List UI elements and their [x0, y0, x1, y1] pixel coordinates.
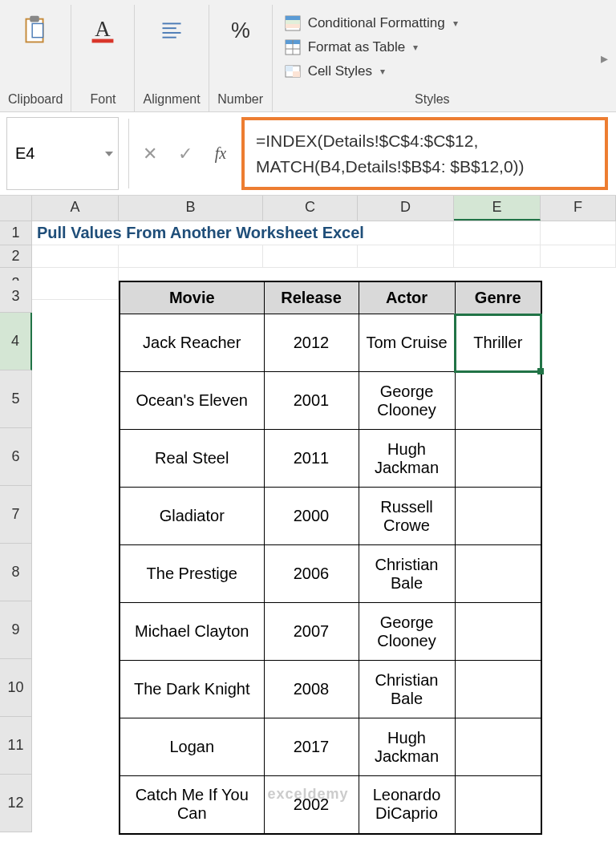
cell-release[interactable]: 2012	[264, 314, 359, 372]
cell-actor[interactable]: Christian Bale	[359, 545, 455, 603]
group-clipboard: Clipboard	[0, 5, 71, 111]
cell-release[interactable]: 2001	[264, 372, 359, 430]
cell-genre[interactable]	[455, 430, 541, 488]
row-header-6[interactable]: 6	[0, 428, 32, 486]
alignment-button[interactable]	[148, 10, 195, 56]
row-header-11[interactable]: 11	[0, 717, 32, 775]
font-icon: A	[84, 13, 121, 53]
cell-movie[interactable]: Michael Clayton	[120, 603, 264, 661]
group-font: A Font	[71, 5, 135, 111]
worksheet-title[interactable]: Pull Values From Another Worksheet Excel	[32, 221, 119, 245]
row-header-1[interactable]: 1	[0, 221, 32, 245]
cell-release[interactable]: 2007	[264, 603, 359, 661]
cancel-formula-button[interactable]: ✕	[132, 117, 168, 190]
row-header-8[interactable]: 8	[0, 544, 32, 601]
col-header-B[interactable]: B	[119, 196, 263, 221]
cell-genre[interactable]	[455, 372, 541, 430]
svg-rect-11	[286, 16, 300, 20]
row-header-5[interactable]: 5	[0, 370, 32, 428]
col-header-A[interactable]: A	[32, 196, 119, 221]
table-row: The Dark Knight2008Christian Bale	[120, 661, 541, 718]
table-row: Real Steel2011Hugh Jackman	[120, 430, 541, 488]
fx-button[interactable]: fx	[203, 117, 238, 190]
row-header-9[interactable]: 9	[0, 601, 32, 659]
table-row: Michael Clayton2007George Clooney	[120, 603, 541, 661]
svg-text:A: A	[95, 17, 111, 41]
svg-rect-19	[286, 66, 293, 71]
clipboard-label: Clipboard	[8, 92, 63, 108]
row-header-12[interactable]: 12	[0, 775, 32, 832]
col-header-D[interactable]: D	[358, 196, 454, 221]
row-header-3b[interactable]: 3	[0, 281, 32, 313]
cell-movie[interactable]: The Prestige	[120, 545, 264, 603]
cell-actor[interactable]: Tom Cruise	[359, 314, 455, 372]
cell-genre[interactable]	[455, 776, 541, 834]
header-movie[interactable]: Movie	[120, 281, 264, 314]
name-box[interactable]: E4	[6, 117, 119, 190]
cell-actor[interactable]: Russell Crowe	[359, 488, 455, 545]
header-genre[interactable]: Genre	[455, 281, 541, 314]
table-header-row: Movie Release Actor Genre	[120, 281, 541, 314]
cell-actor[interactable]: Leonardo DiCaprio	[359, 776, 455, 834]
table-row: Jack Reacher2012Tom CruiseThriller	[120, 314, 541, 372]
cell-release[interactable]: 2000	[264, 488, 359, 545]
cell-genre[interactable]	[455, 545, 541, 603]
cell-release[interactable]: 2011	[264, 430, 359, 488]
cell-actor[interactable]: George Clooney	[359, 603, 455, 661]
enter-formula-button[interactable]: ✓	[168, 117, 203, 190]
cell-release[interactable]: 2017	[264, 718, 359, 776]
header-release[interactable]: Release	[264, 281, 359, 314]
col-header-C[interactable]: C	[263, 196, 358, 221]
cell-actor[interactable]: George Clooney	[359, 372, 455, 430]
number-button[interactable]: %	[217, 10, 264, 56]
formula-input[interactable]: =INDEX(Details!$C$4:$C$12, MATCH(B4,Deta…	[241, 117, 608, 190]
alignment-label: Alignment	[143, 92, 200, 108]
cell-release[interactable]: 2008	[264, 661, 359, 718]
clipboard-button[interactable]	[12, 10, 59, 56]
cell-movie[interactable]: Ocean's Eleven	[120, 372, 264, 430]
chevron-down-icon: ▾	[413, 42, 418, 53]
cell-movie[interactable]: Gladiator	[120, 488, 264, 545]
format-as-table-button[interactable]: Format as Table▾	[282, 35, 582, 59]
cell-movie[interactable]: The Dark Knight	[120, 661, 264, 718]
cell-actor[interactable]: Hugh Jackman	[359, 718, 455, 776]
col-header-E[interactable]: E	[454, 196, 541, 221]
table-row: The Prestige2006Christian Bale	[120, 545, 541, 603]
data-table: Movie Release Actor Genre Jack Reacher20…	[119, 281, 542, 835]
svg-rect-1	[30, 16, 40, 22]
cell-genre[interactable]	[455, 661, 541, 718]
font-button[interactable]: A	[79, 10, 126, 56]
cell-styles-button[interactable]: Cell Styles▾	[282, 59, 582, 83]
cell-genre[interactable]: Thriller	[455, 314, 541, 372]
row-header-7[interactable]: 7	[0, 486, 32, 544]
cell-genre[interactable]	[455, 603, 541, 661]
cell-actor[interactable]: Christian Bale	[359, 661, 455, 718]
conditional-formatting-button[interactable]: Conditional Formatting▾	[282, 11, 582, 35]
row-header-4[interactable]: 4	[0, 313, 32, 370]
svg-text:%: %	[231, 18, 250, 42]
group-alignment: Alignment	[135, 5, 209, 111]
row-header-10[interactable]: 10	[0, 659, 32, 717]
cell-genre[interactable]	[455, 718, 541, 776]
select-all-corner[interactable]	[0, 196, 32, 221]
cell-genre[interactable]	[455, 488, 541, 545]
col-header-F[interactable]: F	[541, 196, 616, 221]
cell-release[interactable]: 2006	[264, 545, 359, 603]
cell-movie[interactable]: Logan	[120, 718, 264, 776]
cell-release[interactable]: 2002	[264, 776, 359, 834]
cell-actor[interactable]: Hugh Jackman	[359, 430, 455, 488]
cell-movie[interactable]: Real Steel	[120, 430, 264, 488]
table-row: Ocean's Eleven2001George Clooney	[120, 372, 541, 430]
alignment-icon	[153, 13, 190, 53]
ribbon: Clipboard A Font Alignment % Number	[0, 0, 616, 112]
group-number: % Number	[209, 5, 273, 111]
svg-rect-4	[92, 39, 114, 43]
cell-movie[interactable]: Jack Reacher	[120, 314, 264, 372]
ribbon-expand-button[interactable]: ▸	[592, 50, 616, 67]
x-icon: ✕	[143, 144, 157, 164]
format-as-table-icon	[284, 38, 302, 56]
table-row: Gladiator2000Russell Crowe	[120, 488, 541, 545]
cell-movie[interactable]: Catch Me If You Can	[120, 776, 264, 834]
row-header-2[interactable]: 2	[0, 245, 32, 268]
header-actor[interactable]: Actor	[359, 281, 455, 314]
